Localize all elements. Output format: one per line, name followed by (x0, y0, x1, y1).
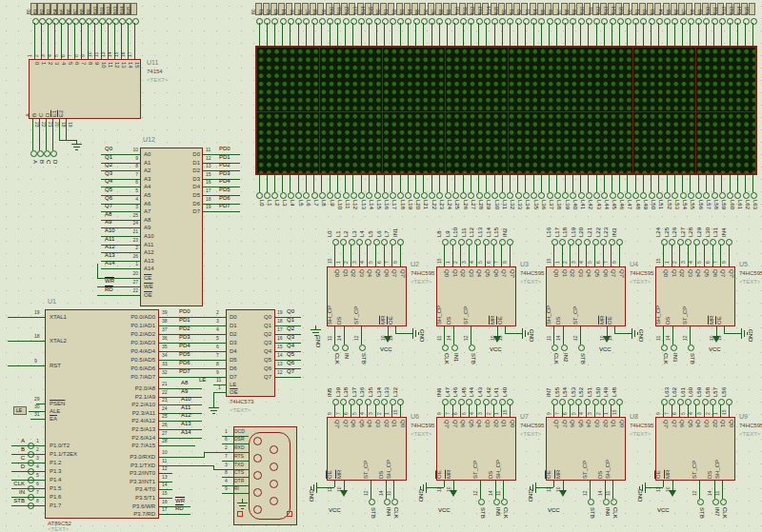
terminal[interactable] (593, 192, 600, 199)
terminal[interactable] (499, 192, 506, 199)
terminal[interactable] (384, 499, 391, 505)
terminal[interactable] (332, 399, 339, 405)
terminal[interactable] (669, 399, 675, 405)
terminal[interactable] (703, 192, 710, 199)
terminal[interactable] (295, 192, 302, 199)
terminal[interactable] (617, 192, 624, 199)
terminal[interactable] (499, 399, 506, 405)
terminal[interactable] (327, 192, 333, 199)
terminal[interactable] (484, 18, 491, 25)
terminal[interactable] (327, 18, 333, 25)
terminal[interactable] (436, 192, 443, 199)
terminal[interactable] (429, 18, 435, 25)
terminal[interactable] (319, 18, 326, 25)
terminal[interactable] (664, 192, 671, 199)
terminal[interactable] (52, 18, 59, 25)
terminal[interactable] (669, 239, 675, 246)
terminal[interactable] (493, 499, 500, 505)
terminal[interactable] (551, 345, 558, 351)
terminal[interactable] (458, 239, 465, 246)
terminal[interactable] (586, 18, 592, 25)
terminal[interactable] (562, 18, 569, 25)
terminal[interactable] (593, 18, 600, 25)
terminal[interactable] (483, 239, 490, 246)
terminal[interactable] (451, 345, 458, 351)
terminal[interactable] (373, 399, 380, 405)
terminal[interactable] (28, 468, 34, 475)
terminal[interactable] (343, 18, 350, 25)
terminal[interactable] (458, 399, 465, 405)
terminal[interactable] (718, 399, 725, 405)
terminal[interactable] (271, 192, 278, 199)
terminal[interactable] (373, 239, 380, 246)
terminal[interactable] (366, 18, 372, 25)
terminal[interactable] (559, 239, 566, 246)
terminal[interactable] (474, 239, 481, 246)
terminal[interactable] (592, 239, 599, 246)
terminal[interactable] (710, 239, 716, 246)
terminal[interactable] (640, 18, 647, 25)
terminal[interactable] (450, 239, 456, 246)
terminal[interactable] (702, 239, 709, 246)
schematic-canvas[interactable]: U11 74154 <TEXT> U12 62256 U1 AT89C52 <T… (0, 0, 762, 532)
terminal[interactable] (264, 18, 271, 25)
terminal[interactable] (436, 18, 443, 25)
terminal[interactable] (72, 18, 79, 25)
terminal[interactable] (445, 18, 451, 25)
terminal[interactable] (531, 18, 537, 25)
terminal[interactable] (538, 18, 545, 25)
terminal[interactable] (625, 192, 632, 199)
terminal[interactable] (743, 18, 750, 25)
terminal[interactable] (600, 239, 607, 246)
terminal[interactable] (547, 18, 553, 25)
terminal[interactable] (466, 399, 472, 405)
terminal[interactable] (32, 18, 39, 25)
terminal[interactable] (397, 239, 404, 246)
terminal[interactable] (483, 399, 490, 405)
terminal[interactable] (671, 345, 677, 351)
terminal[interactable] (616, 399, 623, 405)
terminal[interactable] (334, 192, 341, 199)
terminal[interactable] (452, 18, 459, 25)
terminal[interactable] (575, 399, 582, 405)
terminal[interactable] (656, 18, 663, 25)
terminal[interactable] (677, 399, 684, 405)
terminal[interactable] (86, 18, 92, 25)
terminal[interactable] (611, 499, 617, 505)
terminal[interactable] (712, 18, 718, 25)
terminal[interactable] (50, 150, 57, 157)
terminal[interactable] (442, 345, 449, 351)
terminal[interactable] (743, 192, 750, 199)
terminal[interactable] (578, 18, 585, 25)
terminal[interactable] (538, 192, 545, 199)
terminal[interactable] (726, 239, 732, 246)
terminal[interactable] (559, 399, 566, 405)
terminal[interactable] (468, 18, 474, 25)
terminal[interactable] (523, 192, 530, 199)
terminal[interactable] (264, 192, 271, 199)
terminal[interactable] (351, 192, 357, 199)
terminal[interactable] (369, 499, 375, 505)
terminal-label[interactable] (749, 3, 755, 15)
terminal[interactable] (547, 192, 553, 199)
terminal[interactable] (28, 443, 34, 449)
terminal[interactable] (610, 192, 616, 199)
terminal[interactable] (601, 192, 608, 199)
terminal[interactable] (303, 18, 310, 25)
terminal[interactable] (132, 18, 139, 25)
terminal[interactable] (442, 239, 449, 246)
terminal[interactable] (632, 18, 639, 25)
terminal[interactable] (507, 192, 513, 199)
terminal[interactable] (126, 18, 132, 25)
terminal[interactable] (554, 192, 561, 199)
terminal[interactable] (391, 499, 398, 505)
terminal[interactable] (256, 18, 263, 25)
terminal[interactable] (751, 18, 757, 25)
terminal[interactable] (397, 192, 404, 199)
terminal[interactable] (106, 18, 112, 25)
terminal[interactable] (568, 399, 574, 405)
terminal[interactable] (688, 18, 694, 25)
terminal[interactable] (358, 192, 365, 199)
terminal[interactable] (79, 18, 86, 25)
terminal[interactable] (311, 192, 318, 199)
